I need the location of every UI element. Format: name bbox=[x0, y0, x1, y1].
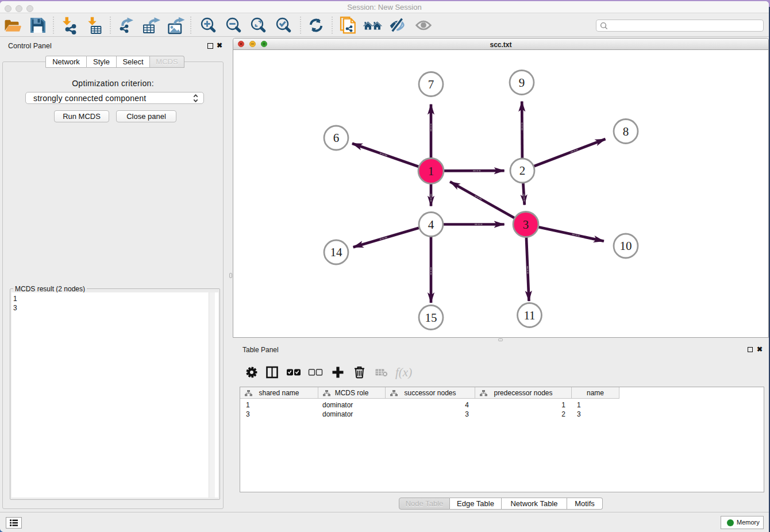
svg-text:4: 4 bbox=[428, 218, 434, 232]
svg-text:3: 3 bbox=[523, 218, 529, 232]
svg-text:1: 1 bbox=[428, 164, 434, 178]
svg-text:14: 14 bbox=[330, 245, 343, 259]
svg-text:10: 10 bbox=[620, 239, 632, 253]
svg-text:f(x): f(x) bbox=[395, 365, 412, 379]
svg-text:7: 7 bbox=[428, 78, 434, 91]
svg-text:6: 6 bbox=[333, 131, 340, 145]
svg-text:15: 15 bbox=[425, 311, 437, 325]
svg-text:2: 2 bbox=[519, 164, 526, 178]
svg-text:8: 8 bbox=[623, 125, 629, 138]
svg-text:11: 11 bbox=[523, 309, 535, 322]
svg-text:9: 9 bbox=[519, 76, 525, 90]
